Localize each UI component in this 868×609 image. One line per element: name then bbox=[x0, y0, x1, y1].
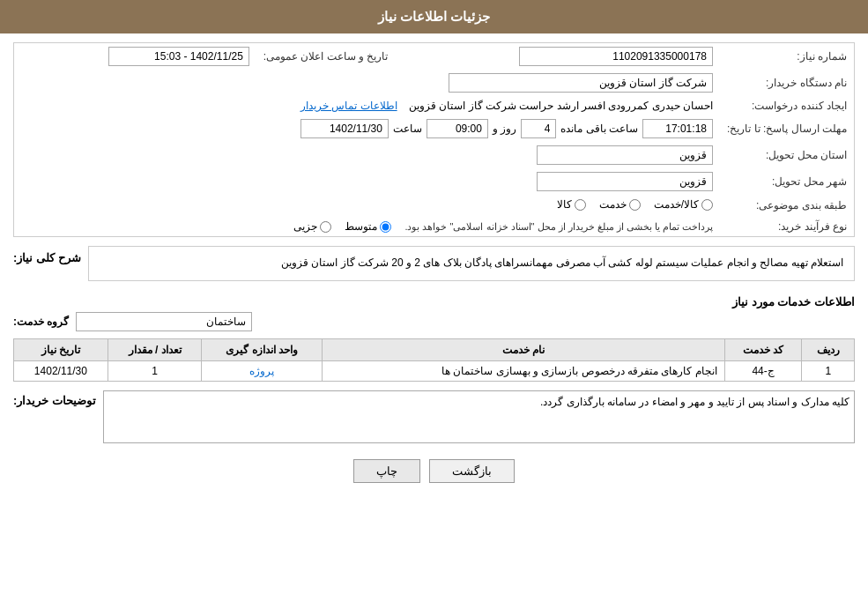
buyer-notes-label: توضیحات خریدار: bbox=[13, 390, 96, 407]
deadline-date-input[interactable] bbox=[300, 119, 389, 138]
col-service-name: نام خدمت bbox=[323, 338, 725, 360]
radio-kala-khedmat[interactable] bbox=[701, 199, 713, 211]
cell-unit: پروژه bbox=[202, 360, 323, 381]
radio-kala-item: کالا bbox=[557, 198, 586, 211]
announcement-input[interactable] bbox=[108, 47, 249, 66]
deadline-remaining-input[interactable] bbox=[642, 119, 713, 138]
radio-jozei-item: جزیی bbox=[293, 220, 331, 233]
province-input[interactable] bbox=[537, 145, 713, 165]
category-label: طبقه بندی موضوعی: bbox=[720, 195, 854, 217]
back-button[interactable]: بازگشت bbox=[429, 459, 515, 483]
radio-motavasset-item: متوسط bbox=[345, 220, 391, 233]
category-radios: کالا خدمت کالا/خدمت bbox=[14, 195, 720, 217]
service-group-row: گروه خدمت: bbox=[13, 312, 855, 331]
main-content: شماره نیاز: تاریخ و ساعت اعلان عمومی: نا… bbox=[0, 33, 868, 505]
services-info-title: اطلاعات خدمات مورد نیاز bbox=[13, 295, 855, 308]
deadline-remaining-label: ساعت باقی مانده bbox=[560, 123, 638, 135]
table-row: 1 ج-44 انجام کارهای متفرقه درخصوص بازساز… bbox=[14, 360, 855, 381]
deadline-day-label: روز و bbox=[493, 123, 516, 135]
radio-jozei[interactable] bbox=[320, 221, 331, 233]
city-input[interactable] bbox=[537, 172, 713, 191]
need-description-label: شرح کلی نیاز: bbox=[13, 246, 81, 264]
col-unit: واحد اندازه گیری bbox=[202, 338, 323, 360]
buyer-notes-textarea[interactable] bbox=[103, 390, 855, 443]
deadline-days-input[interactable] bbox=[521, 119, 556, 138]
need-description-row: شرح کلی نیاز: استعلام تهیه مصالح و انجام… bbox=[13, 246, 855, 288]
service-group-input[interactable] bbox=[76, 312, 252, 331]
main-info-section: شماره نیاز: تاریخ و ساعت اعلان عمومی: نا… bbox=[13, 42, 855, 237]
print-button[interactable]: چاپ bbox=[353, 459, 420, 483]
announcement-value bbox=[14, 43, 256, 70]
row-requester: ایجاد کننده درخواست: احسان حیدری کمررودی… bbox=[14, 96, 854, 115]
process-description: پرداخت تمام یا بخشی از مبلغ خریدار از مح… bbox=[404, 221, 713, 233]
cell-quantity: 1 bbox=[108, 360, 202, 381]
buyer-name-input[interactable] bbox=[449, 73, 713, 93]
radio-khedmat-item: خدمت bbox=[599, 198, 641, 211]
row-buyer-name: نام دستگاه خریدار: bbox=[14, 70, 854, 96]
buyer-name-label: نام دستگاه خریدار: bbox=[720, 70, 854, 96]
cell-code: ج-44 bbox=[724, 360, 802, 381]
row-process: نوع فرآیند خرید: جزیی متوسط پرداخت ت bbox=[14, 217, 854, 237]
deadline-time-input[interactable] bbox=[427, 119, 488, 138]
radio-kala[interactable] bbox=[575, 199, 586, 211]
city-value bbox=[14, 168, 720, 195]
row-deadline: مهلت ارسال پاسخ: تا تاریخ: ساعت روز و سا… bbox=[14, 115, 854, 142]
info-table: شماره نیاز: تاریخ و ساعت اعلان عمومی: نا… bbox=[14, 43, 854, 236]
cell-row: 1 bbox=[802, 360, 855, 381]
deadline-values: ساعت روز و ساعت باقی مانده bbox=[14, 115, 720, 142]
province-value bbox=[14, 142, 720, 168]
page-container: جزئیات اطلاعات نیاز شماره نیاز: تاریخ و … bbox=[0, 0, 868, 609]
table-header-row: ردیف کد خدمت نام خدمت واحد اندازه گیری ت… bbox=[14, 338, 855, 360]
province-label: استان محل تحویل: bbox=[720, 142, 854, 168]
radio-khedmat-label: خدمت bbox=[599, 198, 627, 211]
radio-motavasset[interactable] bbox=[380, 221, 391, 233]
requester-text: احسان حیدری کمررودی افسر ارشد حراست شرکت… bbox=[409, 100, 713, 112]
announcement-label: تاریخ و ساعت اعلان عمومی: bbox=[256, 43, 396, 70]
services-table: ردیف کد خدمت نام خدمت واحد اندازه گیری ت… bbox=[13, 338, 855, 382]
col-date: تاریخ نیاز bbox=[14, 338, 108, 360]
service-group-label: گروه خدمت: bbox=[13, 316, 69, 328]
cell-name: انجام کارهای متفرقه درخصوص بازسازی و بهس… bbox=[323, 360, 725, 381]
col-service-code: کد خدمت bbox=[724, 338, 802, 360]
contact-link[interactable]: اطلاعات تماس خریدار bbox=[300, 100, 397, 112]
row-category: طبقه بندی موضوعی: کالا خدمت bbox=[14, 195, 854, 217]
need-number-value bbox=[396, 43, 720, 70]
row-need-number: شماره نیاز: تاریخ و ساعت اعلان عمومی: bbox=[14, 43, 854, 70]
col-row-number: ردیف bbox=[802, 338, 855, 360]
buyer-name-value bbox=[14, 70, 720, 96]
col-quantity: تعداد / مقدار bbox=[108, 338, 202, 360]
city-label: شهر محل تحویل: bbox=[720, 168, 854, 195]
process-values: جزیی متوسط پرداخت تمام یا بخشی از مبلغ خ… bbox=[14, 217, 720, 237]
requester-value: احسان حیدری کمررودی افسر ارشد حراست شرکت… bbox=[14, 96, 720, 115]
need-number-input[interactable] bbox=[519, 47, 713, 66]
cell-date: 1402/11/30 bbox=[14, 360, 108, 381]
page-title: جزئیات اطلاعات نیاز bbox=[378, 9, 490, 24]
radio-khedmat[interactable] bbox=[629, 199, 641, 211]
row-province: استان محل تحویل: bbox=[14, 142, 854, 168]
bottom-buttons: بازگشت چاپ bbox=[13, 446, 855, 496]
radio-kala-khedmat-item: کالا/خدمت bbox=[654, 198, 713, 211]
radio-jozei-label: جزیی bbox=[293, 220, 317, 233]
need-description-text: استعلام تهیه مصالح و انجام عملیات سیستم … bbox=[281, 256, 843, 269]
page-header: جزئیات اطلاعات نیاز bbox=[0, 0, 868, 33]
deadline-label: مهلت ارسال پاسخ: تا تاریخ: bbox=[720, 115, 854, 142]
need-number-label: شماره نیاز: bbox=[720, 43, 854, 70]
row-city: شهر محل تحویل: bbox=[14, 168, 854, 195]
process-label: نوع فرآیند خرید: bbox=[720, 217, 854, 237]
radio-kala-label: کالا bbox=[557, 198, 572, 211]
need-description-box: استعلام تهیه مصالح و انجام عملیات سیستم … bbox=[88, 246, 855, 281]
radio-kala-khedmat-label: کالا/خدمت bbox=[654, 198, 699, 211]
buyer-notes-container bbox=[103, 390, 855, 446]
buyer-notes-row: توضیحات خریدار: bbox=[13, 390, 855, 446]
requester-label: ایجاد کننده درخواست: bbox=[720, 96, 854, 115]
deadline-time-label: ساعت bbox=[393, 123, 422, 135]
radio-motavasset-label: متوسط bbox=[345, 220, 377, 233]
